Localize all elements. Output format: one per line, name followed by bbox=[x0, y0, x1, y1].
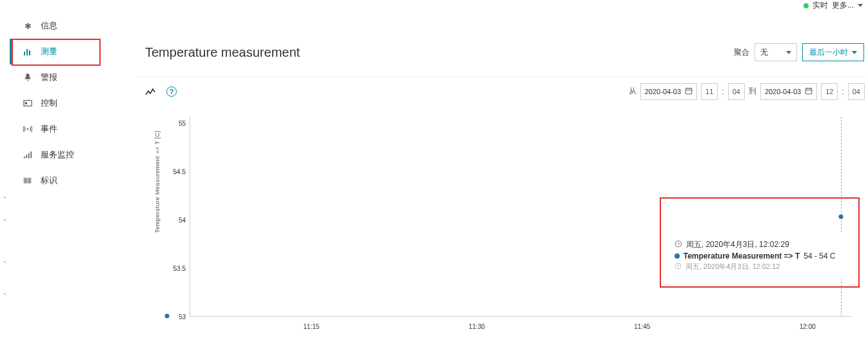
time-range-button[interactable]: 最后一小时 bbox=[802, 43, 864, 61]
sidebar-item-label: 测量 bbox=[41, 46, 57, 57]
from-min-input[interactable]: 04 bbox=[728, 83, 745, 100]
svg-rect-16 bbox=[686, 88, 691, 94]
series-color-dot-icon bbox=[675, 253, 680, 259]
to-label: 到 bbox=[749, 86, 756, 97]
aggregate-label: 聚合 bbox=[734, 47, 749, 58]
chart-data-point[interactable] bbox=[165, 314, 170, 319]
svg-rect-0 bbox=[24, 52, 25, 55]
y-tick: 54 bbox=[179, 217, 186, 224]
control-icon bbox=[23, 98, 33, 108]
svg-point-4 bbox=[25, 103, 27, 104]
chevron-down-icon bbox=[786, 51, 791, 54]
svg-rect-6 bbox=[24, 157, 25, 159]
header-controls: 聚合 无 最后一小时 bbox=[734, 43, 864, 61]
line-chart-icon[interactable] bbox=[144, 86, 156, 97]
tooltip-value: 54 - 54 C bbox=[804, 252, 835, 261]
svg-point-5 bbox=[27, 128, 29, 130]
asterisk-icon: ✱ bbox=[23, 21, 33, 31]
sidebar-item-label: 控制 bbox=[41, 97, 57, 109]
sidebar: ✱ 信息 测量 警报 控制 事件 服务监控 标识 bbox=[10, 13, 123, 193]
svg-rect-10 bbox=[24, 178, 25, 184]
to-min-input[interactable]: 04 bbox=[848, 83, 865, 100]
tooltip-series-name: Temperature Measurement => T bbox=[684, 252, 800, 261]
svg-rect-14 bbox=[29, 178, 30, 184]
sidebar-item-measurement[interactable]: 测量 bbox=[10, 39, 123, 64]
to-date-input[interactable]: 2020-04-03 bbox=[760, 83, 817, 100]
y-axis-label: Temperature Measurement => T [C] bbox=[154, 130, 161, 233]
clock-icon bbox=[675, 240, 682, 250]
to-hour-input[interactable]: 12 bbox=[821, 83, 838, 100]
x-tick: 11:15 bbox=[303, 323, 319, 330]
chevron-down-icon bbox=[852, 51, 857, 54]
chevron-down-icon[interactable] bbox=[858, 4, 863, 7]
y-tick: 53.5 bbox=[173, 265, 186, 272]
status-label: 实时 bbox=[813, 0, 828, 11]
y-tick: 55 bbox=[179, 120, 186, 127]
from-hour-input[interactable]: 11 bbox=[701, 83, 718, 100]
bar-chart-icon bbox=[23, 46, 33, 57]
calendar-icon bbox=[685, 87, 693, 96]
to-date-value: 2020-04-03 bbox=[765, 88, 801, 95]
svg-rect-17 bbox=[805, 88, 811, 94]
main-panel: Temperature measurement 聚合 无 最后一小时 ? 从 2… bbox=[137, 35, 865, 342]
barcode-icon bbox=[23, 175, 33, 186]
from-label: 从 bbox=[629, 86, 636, 97]
signal-icon bbox=[23, 150, 33, 160]
x-tick: 11:30 bbox=[469, 323, 485, 330]
svg-rect-7 bbox=[26, 155, 27, 158]
top-status-bar: 实时 更多... bbox=[804, 0, 863, 11]
x-tick: 12:00 bbox=[800, 323, 816, 330]
chart-tooltip: 周五, 2020年4月3日, 12:02:29 Temperature Meas… bbox=[667, 233, 851, 279]
sidebar-item-control[interactable]: 控制 bbox=[10, 90, 123, 116]
more-menu[interactable]: 更多... bbox=[832, 0, 854, 11]
y-tick: 54.5 bbox=[173, 168, 186, 175]
sidebar-item-events[interactable]: 事件 bbox=[10, 116, 123, 142]
date-range-controls: 从 2020-04-03 11 : 04 到 2020-04-03 12 : 0… bbox=[629, 83, 865, 100]
svg-rect-2 bbox=[29, 50, 30, 55]
chart-area: Temperature Measurement => T [C] 55 54.5… bbox=[137, 110, 865, 342]
toolbar-left: ? bbox=[144, 86, 177, 97]
sidebar-item-label: 事件 bbox=[41, 123, 57, 135]
sidebar-item-alarm[interactable]: 警报 bbox=[10, 64, 123, 90]
rail-tick-icon: ⌄ bbox=[3, 258, 7, 264]
time-range-label: 最后一小时 bbox=[809, 47, 848, 58]
y-tick: 53 bbox=[179, 313, 186, 321]
status-dot-icon bbox=[804, 3, 809, 8]
sidebar-item-label: 服务监控 bbox=[41, 149, 74, 161]
time-colon: : bbox=[842, 87, 843, 96]
svg-rect-1 bbox=[26, 49, 28, 55]
from-date-value: 2020-04-03 bbox=[645, 88, 681, 95]
sidebar-item-label: 信息 bbox=[41, 20, 57, 32]
x-tick: 11:45 bbox=[634, 323, 650, 330]
tooltip-prev-timestamp: 周五, 2020年4月3日, 12:02:12 bbox=[686, 262, 780, 272]
clock-icon bbox=[675, 262, 682, 271]
rail-tick-icon: ⌄ bbox=[3, 216, 7, 222]
sidebar-item-label: 标识 bbox=[41, 175, 57, 186]
page-title: Temperature measurement bbox=[137, 45, 300, 60]
broadcast-icon bbox=[23, 124, 33, 134]
toolbar-row: ? 从 2020-04-03 11 : 04 到 2020-04-03 12 : bbox=[137, 77, 865, 105]
left-rail: ⌄ ⌄ ⌄ ⌄ bbox=[0, 0, 10, 356]
calendar-icon bbox=[805, 87, 813, 96]
svg-rect-9 bbox=[30, 152, 32, 159]
svg-rect-15 bbox=[30, 178, 31, 184]
sidebar-item-identity[interactable]: 标识 bbox=[10, 168, 123, 193]
svg-rect-8 bbox=[28, 153, 30, 158]
header-row: Temperature measurement 聚合 无 最后一小时 bbox=[137, 35, 865, 69]
svg-rect-13 bbox=[28, 178, 28, 184]
chart-data-point[interactable] bbox=[838, 214, 843, 219]
from-date-input[interactable]: 2020-04-03 bbox=[640, 83, 697, 100]
rail-tick-icon: ⌄ bbox=[3, 193, 7, 199]
bell-icon bbox=[23, 72, 33, 83]
help-icon[interactable]: ? bbox=[166, 86, 177, 97]
sidebar-item-label: 警报 bbox=[41, 72, 57, 83]
aggregate-select[interactable]: 无 bbox=[755, 43, 797, 61]
sidebar-item-info[interactable]: ✱ 信息 bbox=[10, 13, 123, 39]
svg-rect-12 bbox=[26, 178, 27, 184]
rail-tick-icon: ⌄ bbox=[3, 290, 7, 296]
svg-rect-11 bbox=[25, 178, 26, 184]
tooltip-timestamp: 周五, 2020年4月3日, 12:02:29 bbox=[686, 239, 789, 250]
aggregate-value: 无 bbox=[760, 47, 768, 58]
sidebar-item-service-monitor[interactable]: 服务监控 bbox=[10, 142, 123, 168]
chart-plot[interactable]: 11:15 11:30 11:45 12:00 周五, 2020年4月3日, 1… bbox=[190, 117, 852, 317]
